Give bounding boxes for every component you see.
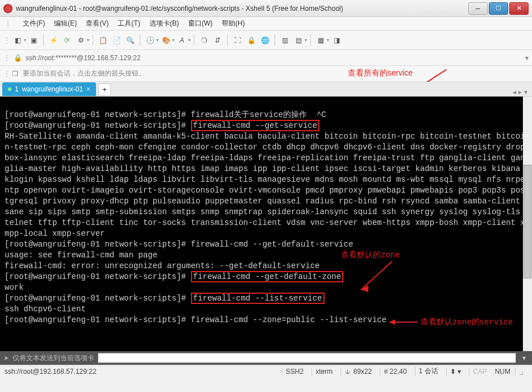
prompt: [root@wangruifeng-01 network-scripts]# — [5, 272, 191, 281]
grip-icon: ⋮ — [3, 54, 10, 62]
menubar: ⋮ 文件(F) 编辑(E) 查看(V) 工具(T) 选项卡(B) 窗口(W) 帮… — [0, 17, 532, 31]
status-scroll[interactable]: ⬍ ▾ — [446, 368, 464, 376]
tab-close-icon[interactable]: × — [86, 85, 90, 93]
minimize-button[interactable]: ─ — [468, 2, 488, 15]
hint-bar: ⋮ ❐ 要添加当前会话，点击左侧的箭头按钮。 查看所有的service — [0, 66, 532, 82]
open-button[interactable]: ▣ — [27, 34, 40, 47]
disconnect-button[interactable]: ⟳ — [61, 34, 73, 47]
tab-prev-icon[interactable]: ◂ — [513, 88, 516, 96]
find-button[interactable]: 🔍 — [124, 34, 136, 47]
grip-icon: ⋮ — [5, 20, 11, 28]
terminal[interactable]: [root@wangruifeng-01 network-scripts]# f… — [0, 97, 532, 351]
add-tab-button[interactable]: + — [98, 84, 111, 96]
close-button[interactable]: ✕ — [509, 2, 529, 15]
properties-button[interactable]: ⚙ — [74, 34, 87, 47]
menu-help[interactable]: 帮助(H) — [222, 19, 245, 28]
sidebar-button[interactable]: ◨ — [330, 34, 343, 47]
dropdown-icon[interactable]: ▾ — [87, 37, 89, 43]
separator — [194, 35, 194, 46]
terminal-output: RH-Satellite-6 amanda-client amanda-k5-c… — [5, 132, 530, 238]
tab-next-icon[interactable]: ▸ — [518, 88, 522, 96]
window-titlebar: wangruifenglinux-01 - root@wangruifeng-0… — [0, 0, 532, 17]
tile-h-button[interactable]: ▥ — [279, 34, 291, 47]
status-size: ⫝ 89x22 — [340, 368, 375, 376]
annotation-1: 查看所有的service — [348, 68, 413, 78]
status-num: NUM — [495, 368, 510, 376]
annotation-3: 查看默认zone的service — [421, 317, 513, 328]
menu-edit[interactable]: 编辑(E) — [54, 19, 77, 28]
send-icon[interactable]: ➤ — [3, 354, 9, 362]
status-connection: ssh://root@192.168.57.129:22 — [5, 368, 97, 376]
reconnect-button[interactable]: ⚡ — [47, 34, 60, 47]
tab-nav: ◂ ▸ ▾ — [513, 88, 530, 96]
tunneling-button[interactable]: 🌐 — [259, 34, 271, 47]
separator — [275, 35, 275, 46]
arrow-icon — [386, 319, 421, 326]
send-placeholder: 仅将文本发送到当前选项卡 — [13, 353, 94, 363]
terminal-output: usage: see firewall-cmd man page — [5, 251, 157, 260]
grip-icon: ⋮ — [3, 70, 10, 78]
dropdown-icon[interactable]: ▾ — [24, 37, 26, 43]
dropdown-icon[interactable]: ▾ — [327, 37, 329, 43]
arrow-icon — [358, 261, 404, 295]
menu-view[interactable]: 查看(V) — [86, 19, 109, 28]
window-title: wangruifenglinux-01 - root@wangruifeng-0… — [16, 5, 467, 12]
toolbar: ⋮ ◧▾ ▣ ⚡ ⟳ ⚙▾ 📋 📄 🔍 🕓▾ 🎨▾ A▾ ❍ ⇵ ⛶ 🔒 🌐 ▥… — [0, 31, 532, 50]
maximize-button[interactable]: ☐ — [489, 2, 508, 15]
new-session-button[interactable]: ◧ — [11, 34, 24, 47]
send-input[interactable] — [98, 353, 516, 363]
layout-button[interactable]: ▦ — [314, 34, 327, 47]
status-term: xterm — [311, 368, 336, 376]
script-button[interactable]: ❍ — [198, 34, 210, 47]
history-button[interactable]: 🕓 — [144, 34, 156, 47]
paste-button[interactable]: 📄 — [110, 34, 123, 47]
cmd-highlighted: firewall-cmd --get-service — [191, 120, 319, 131]
status-sessions: 1 会话 — [415, 366, 442, 376]
svg-line-2 — [361, 261, 392, 290]
font-button[interactable]: A — [176, 34, 188, 47]
scrollbar-thumb[interactable] — [523, 165, 531, 278]
dropdown-icon[interactable]: ▾ — [172, 37, 174, 43]
dropdown-icon[interactable]: ▾ — [525, 54, 529, 62]
resize-grip-icon[interactable]: ⣠ — [515, 368, 527, 376]
status-protocol: SSH2 — [282, 368, 307, 376]
svg-marker-5 — [389, 319, 395, 325]
menu-window[interactable]: 窗口(W) — [188, 19, 213, 28]
scrollbar[interactable] — [523, 97, 532, 351]
tile-v-button[interactable]: ▤ — [292, 34, 305, 47]
grip-icon: ⋮ — [3, 36, 10, 44]
hint-text: 要添加当前会话，点击左侧的箭头按钮。 — [23, 69, 146, 78]
bookmark-add-icon[interactable]: ❐ — [10, 69, 19, 78]
prompt: [root@wangruifeng-01 network-scripts]# — [5, 240, 191, 249]
status-bar: ssh://root@192.168.57.129:22 SSH2 xterm … — [0, 365, 532, 377]
prompt: [root@wangruifeng-01 network-scripts]# — [5, 121, 191, 130]
menu-tab[interactable]: 选项卡(B) — [149, 19, 179, 28]
cmd-highlighted: firewall-cmd --get-default-zone — [191, 271, 343, 282]
separator — [93, 35, 93, 46]
fullscreen-button[interactable]: ⛶ — [231, 34, 244, 47]
dropdown-icon[interactable]: ▾ — [519, 354, 529, 362]
menu-file[interactable]: 文件(F) — [23, 19, 45, 28]
prompt: [root@wangruifeng-01 network-scripts]# — [5, 315, 191, 324]
separator — [43, 35, 44, 46]
transfer-button[interactable]: ⇵ — [211, 34, 224, 47]
session-tab[interactable]: 1 wangruifenglinux-01 × — [2, 82, 96, 96]
cmd-highlighted: firewall-cmd --list-service — [191, 293, 325, 304]
menu-tools[interactable]: 工具(T) — [118, 19, 140, 28]
separator — [140, 35, 140, 46]
color-button[interactable]: 🎨 — [160, 34, 172, 47]
send-bar: ➤ 仅将文本发送到当前选项卡 ▾ — [0, 351, 532, 365]
cmd-line: firewalld关于service的操作 ^C — [191, 110, 326, 119]
prompt: [root@wangruifeng-01 network-scripts]# — [5, 110, 191, 119]
address-bar: ⋮ 🔒 ssh://root:********@192.168.57.129:2… — [0, 50, 532, 66]
dropdown-icon[interactable]: ▾ — [188, 37, 190, 43]
dropdown-icon[interactable]: ▾ — [156, 37, 159, 43]
address-url[interactable]: ssh://root:********@192.168.57.129:22 — [26, 54, 525, 62]
connected-indicator-icon — [8, 87, 11, 91]
copy-button[interactable]: 📋 — [97, 34, 109, 47]
dropdown-icon[interactable]: ▾ — [305, 37, 307, 43]
tab-list-icon[interactable]: ▾ — [524, 88, 527, 96]
lock-button[interactable]: 🔒 — [245, 34, 257, 47]
annotation-2: 查看默认的zone — [341, 250, 400, 261]
tab-index: 1 — [15, 85, 19, 93]
